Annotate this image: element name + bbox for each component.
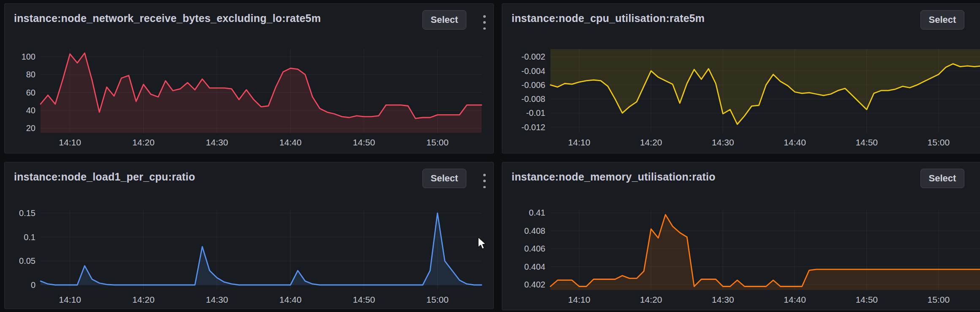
series-area-fill: [41, 213, 482, 285]
y-axis-tick-label: 0.404: [524, 262, 545, 271]
panel-load1-per-cpu: 00.050.10.1514:1014:2014:3014:4014:5015:…: [4, 162, 494, 309]
x-axis-tick-label: 14:30: [712, 295, 734, 304]
y-axis-tick-label: 0.05: [19, 256, 35, 265]
y-axis-tick-label: 80: [26, 70, 35, 79]
grid-lines: [41, 209, 482, 290]
series-line: [41, 213, 482, 285]
y-axis-tick-label: 0.402: [524, 280, 545, 289]
x-axis-tick-label: 14:40: [784, 295, 806, 304]
x-axis-tick-label: 14:40: [279, 295, 302, 304]
select-button[interactable]: Select: [422, 169, 466, 188]
x-axis-tick-label: 14:20: [132, 137, 155, 147]
select-button[interactable]: Select: [422, 10, 466, 30]
mouse-cursor-icon: [477, 237, 487, 251]
x-axis-tick-label: 14:20: [640, 295, 662, 304]
x-axis-tick-label: 14:10: [568, 295, 591, 304]
x-axis-tick-label: 14:50: [353, 137, 375, 147]
load1-per-cpu-chart[interactable]: 00.050.10.1514:1014:2014:3014:4014:5015:…: [5, 162, 494, 309]
x-axis-tick-label: 14:10: [59, 295, 81, 304]
panel-memory-utilisation: 0.4020.4040.4060.4080.4114:1014:2014:301…: [502, 162, 980, 310]
y-axis-tick-label: -0.006: [521, 80, 545, 90]
x-axis-tick-label: 14:50: [855, 137, 878, 147]
x-axis-tick-label: 14:50: [855, 295, 878, 304]
x-axis-tick-label: 14:40: [784, 137, 806, 147]
y-axis-tick-label: 100: [22, 52, 35, 61]
x-axis-tick-label: 14:50: [353, 295, 375, 304]
memory-utilisation-chart[interactable]: 0.4020.4040.4060.4080.4114:1014:2014:301…: [502, 162, 980, 311]
y-axis-tick-label: -0.012: [521, 123, 545, 132]
y-axis-tick-label: -0.008: [521, 94, 545, 104]
panel-title: instance:node_load1_per_cpu:ratio: [14, 171, 195, 183]
x-axis-tick-label: 14:30: [712, 137, 734, 147]
x-axis-tick-label: 14:10: [59, 137, 81, 147]
kebab-menu-icon[interactable]: [482, 15, 487, 30]
x-axis-tick-label: 14:30: [206, 295, 228, 304]
x-axis-tick-label: 14:30: [206, 137, 228, 147]
panel-cpu-utilisation: -0.002-0.004-0.006-0.008-0.01-0.01214:10…: [502, 3, 980, 153]
x-axis-tick-label: 14:20: [132, 295, 155, 304]
y-axis-tick-label: 40: [26, 106, 35, 115]
panel-title: instance:node_memory_utilisation:ratio: [512, 171, 716, 183]
x-axis-tick-label: 15:00: [426, 137, 449, 147]
y-axis-tick-label: 20: [26, 123, 35, 133]
x-axis-tick-label: 15:00: [426, 295, 449, 304]
y-axis-tick-label: 60: [26, 88, 35, 97]
x-axis-tick-label: 14:10: [568, 137, 591, 147]
x-axis-tick-label: 15:00: [928, 137, 950, 147]
cpu-utilisation-chart[interactable]: -0.002-0.004-0.006-0.008-0.01-0.01214:10…: [502, 4, 980, 154]
y-axis-tick-label: 0.1: [24, 233, 35, 242]
network-receive-chart[interactable]: 2040608010014:1014:2014:3014:4014:5015:0…: [5, 4, 494, 154]
kebab-menu-icon[interactable]: [482, 174, 487, 188]
y-axis-tick-label: 0.41: [529, 208, 545, 217]
x-axis-tick-label: 14:20: [640, 137, 662, 147]
y-axis-tick-label: 0.408: [524, 226, 545, 235]
select-button[interactable]: Select: [920, 169, 964, 188]
y-axis-tick-label: 0.406: [524, 244, 545, 253]
panel-title: instance:node_network_receive_bytes_excl…: [14, 12, 321, 25]
x-axis-tick-label: 15:00: [928, 295, 950, 304]
y-axis-tick-label: 0: [31, 280, 35, 290]
x-axis-tick-label: 14:40: [279, 137, 302, 147]
y-axis-tick-label: 0.15: [19, 208, 35, 218]
select-button[interactable]: Select: [920, 10, 964, 30]
series-area-fill: [41, 53, 482, 133]
panel-network-receive: 2040608010014:1014:2014:3014:4014:5015:0…: [4, 3, 494, 153]
panel-title: instance:node_cpu_utilisation:rate5m: [512, 12, 705, 25]
y-axis-tick-label: -0.004: [521, 66, 545, 76]
y-axis-tick-label: -0.01: [526, 108, 545, 118]
y-axis-tick-label: -0.002: [521, 52, 545, 61]
